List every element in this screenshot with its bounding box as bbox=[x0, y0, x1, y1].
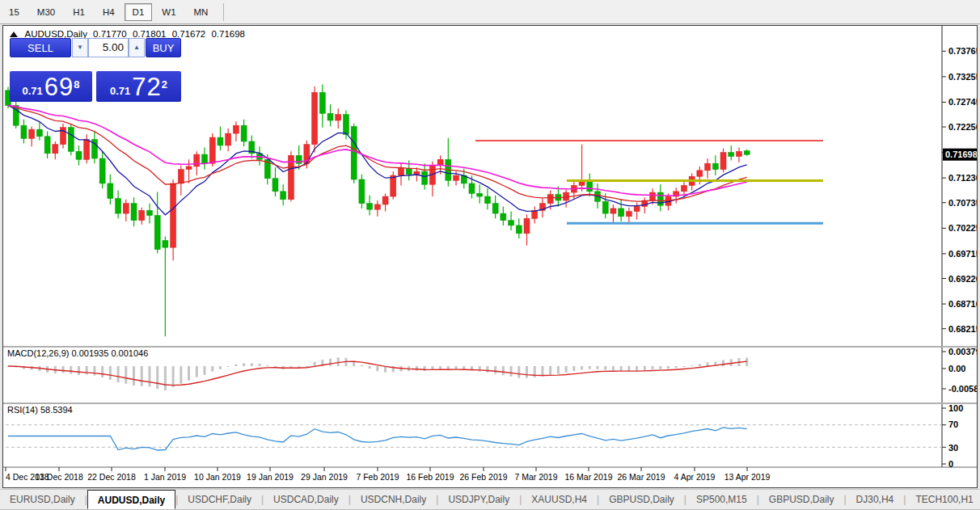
macd-histogram-bar bbox=[636, 366, 638, 371]
macd-histogram-bar bbox=[251, 364, 253, 366]
chart-tab-usdchf-daily[interactable]: USDCHF,Daily bbox=[178, 490, 261, 509]
macd-histogram-bar bbox=[682, 366, 685, 367]
macd-histogram-bar bbox=[549, 366, 551, 375]
chart-tab-eurusd-daily[interactable]: EURUSD,Daily bbox=[0, 490, 85, 509]
volume-decrease-button[interactable]: ▼ bbox=[72, 38, 88, 57]
macd-histogram-bar bbox=[557, 366, 560, 374]
chart-window: AUDUSD,Daily 0.71770 0.71801 0.71672 0.7… bbox=[2, 25, 978, 488]
timeframe-button-w1[interactable]: W1 bbox=[154, 3, 184, 21]
macd-histogram-bar bbox=[416, 366, 418, 371]
macd-histogram-bar bbox=[581, 366, 583, 369]
candle-body bbox=[391, 175, 396, 196]
buy-price-prefix: 0.71 bbox=[110, 83, 130, 99]
buy-price-display[interactable]: 0.71 72 2 bbox=[96, 71, 181, 102]
macd-histogram-bar bbox=[117, 366, 120, 382]
macd-histogram-bar bbox=[172, 366, 175, 387]
time-axis-label: 1 Jan 2019 bbox=[144, 472, 186, 482]
buy-button[interactable]: BUY bbox=[146, 38, 181, 57]
price-axis-label: 0.70735 bbox=[948, 198, 977, 208]
chart-tab-gbpusd-daily[interactable]: GBPUSD,Daily bbox=[599, 490, 684, 509]
sell-price-display[interactable]: 0.71 69 8 bbox=[10, 71, 92, 102]
candle-body bbox=[516, 225, 522, 234]
candle-body bbox=[697, 171, 703, 176]
macd-histogram-bar bbox=[447, 366, 450, 369]
chart-tab-usdcnh-daily[interactable]: USDCNH,Daily bbox=[351, 490, 436, 509]
candle-body bbox=[634, 206, 640, 211]
chart-tab-audusd-daily[interactable]: AUDUSD,Daily bbox=[87, 490, 175, 509]
candle-body bbox=[602, 201, 608, 213]
candle-body bbox=[123, 204, 129, 213]
chart-tabs: EURUSD,Daily|AUDUSD,Daily|USDCHF,Daily|U… bbox=[0, 490, 980, 509]
macd-histogram-bar bbox=[156, 366, 158, 389]
macd-histogram-bar bbox=[667, 366, 670, 369]
candle-body bbox=[587, 180, 593, 192]
candle-body bbox=[84, 140, 90, 160]
chart-tab-dj30-h4[interactable]: DJ30,H4 bbox=[847, 490, 904, 509]
macd-histogram-bar bbox=[644, 366, 646, 370]
candle-body bbox=[29, 129, 35, 138]
volume-input[interactable]: 5.00 bbox=[88, 38, 129, 57]
sell-price-main: 69 bbox=[44, 75, 74, 99]
macd-histogram-bar bbox=[565, 366, 568, 373]
price-axis-label: 0.68215 bbox=[948, 324, 977, 334]
macd-histogram-bar bbox=[691, 365, 693, 366]
candle-body bbox=[218, 137, 223, 145]
rsi-axis-label: 30 bbox=[948, 443, 958, 453]
timeframe-toolbar: 15M30H1H4D1W1MN bbox=[0, 0, 980, 24]
macd-histogram-bar bbox=[141, 366, 143, 386]
timeframe-button-m30[interactable]: M30 bbox=[29, 3, 63, 21]
candle-body bbox=[532, 210, 538, 218]
sell-button[interactable]: SELL bbox=[10, 38, 71, 57]
timeframe-button-h4[interactable]: H4 bbox=[95, 3, 123, 21]
macd-histogram-bar bbox=[101, 366, 103, 377]
chart-tab-gbpusd-daily[interactable]: GBPUSD,Daily bbox=[759, 490, 844, 509]
macd-histogram-bar bbox=[572, 366, 575, 371]
candle-body bbox=[171, 183, 176, 247]
price-axis-label: 0.72250 bbox=[948, 122, 977, 132]
rsi-axis-label: 100 bbox=[948, 403, 963, 413]
timeframe-button-d1[interactable]: D1 bbox=[125, 3, 153, 21]
macd-histogram-bar bbox=[234, 365, 237, 366]
macd-histogram-bar bbox=[306, 366, 308, 367]
timeframe-button-h1[interactable]: H1 bbox=[65, 3, 93, 21]
candle-body bbox=[139, 210, 145, 220]
candle-body bbox=[492, 204, 498, 213]
macd-histogram-bar bbox=[376, 366, 378, 371]
candle-body bbox=[202, 154, 208, 163]
price-axis-label: 0.69220 bbox=[948, 274, 977, 284]
chart-tab-usdcad-daily[interactable]: USDCAD,Daily bbox=[264, 490, 348, 509]
panel-separator bbox=[3, 346, 977, 348]
trade-panel-row: SELL ▼ 5.00 ▲ BUY bbox=[10, 38, 181, 57]
macd-histogram-bar bbox=[604, 366, 606, 370]
macd-histogram-bar bbox=[730, 359, 733, 366]
timeframe-button-mn[interactable]: MN bbox=[186, 3, 217, 21]
macd-histogram-bar bbox=[494, 366, 496, 374]
macd-axis-label: -0.005864 bbox=[948, 384, 977, 394]
current-price-label: 0.71698 bbox=[945, 150, 977, 159]
candle-body bbox=[116, 199, 121, 214]
chart-tab-sp500-m15[interactable]: SP500,M15 bbox=[686, 490, 757, 509]
time-axis-label: 13 Dec 2018 bbox=[35, 472, 83, 482]
chart-tab-tech100-h1[interactable]: TECH100,H1 bbox=[906, 490, 980, 509]
time-axis-label: 7 Feb 2019 bbox=[356, 472, 399, 482]
chart-tab-xauusd-h4[interactable]: XAUUSD,H4 bbox=[522, 490, 597, 509]
macd-histogram-bar bbox=[211, 366, 213, 372]
macd-histogram-bar bbox=[337, 357, 340, 366]
macd-histogram-bar bbox=[612, 366, 615, 370]
time-axis-label: 4 Apr 2019 bbox=[674, 472, 716, 482]
candle-body bbox=[547, 195, 553, 204]
candle-body bbox=[501, 213, 506, 221]
candle-body bbox=[454, 175, 459, 180]
candle-body bbox=[657, 192, 663, 205]
volume-increase-button[interactable]: ▲ bbox=[129, 38, 145, 57]
chart-tab-usdjpy-daily[interactable]: USDJPY,Daily bbox=[438, 490, 519, 509]
candle-body bbox=[509, 221, 514, 225]
macd-histogram-bar bbox=[620, 366, 623, 371]
time-axis-label: 22 Dec 2018 bbox=[87, 472, 136, 482]
rsi-label: RSI(14) 58.5394 bbox=[7, 405, 73, 415]
candle-body bbox=[226, 133, 231, 145]
price-axis-label: 0.68710 bbox=[948, 299, 977, 309]
macd-axis-label: 0.003793 bbox=[948, 347, 977, 356]
candle-body bbox=[44, 137, 50, 154]
timeframe-button-15[interactable]: 15 bbox=[1, 3, 27, 21]
